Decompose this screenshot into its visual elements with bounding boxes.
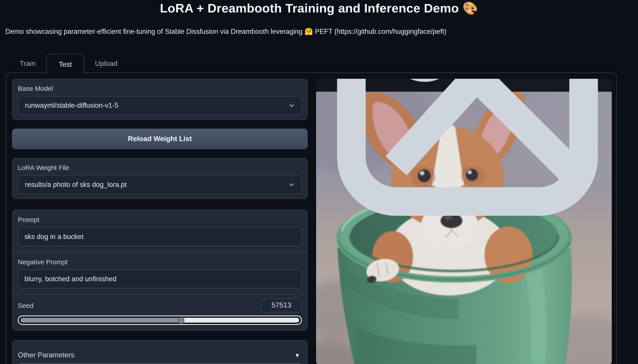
lora-weight-value: results/a photo of sks dog_lora.pt — [25, 181, 127, 189]
lora-weight-dropdown[interactable]: results/a photo of sks dog_lora.pt — [18, 175, 302, 194]
tab-train[interactable]: Train — [9, 54, 46, 74]
other-parameters-label: Other Parameters — [18, 351, 74, 359]
seed-number-input[interactable] — [261, 298, 302, 312]
prompt-input[interactable] — [18, 228, 302, 246]
chevron-down-icon — [289, 102, 295, 108]
lora-weight-group: LoRA Weight File results/a photo of sks … — [12, 158, 308, 199]
seed-slider-fill — [21, 318, 181, 322]
prompt-label: Prompt — [18, 216, 302, 224]
seed-block: Seed — [13, 294, 307, 329]
seed-slider-track[interactable] — [21, 318, 299, 322]
tab-bar: Train Test Upload — [9, 54, 128, 74]
other-parameters-header[interactable]: Other Parameters ▼ — [13, 340, 307, 359]
seed-slider[interactable] — [18, 316, 302, 325]
base-model-value: runwayml/stable-diffusion-v1-5 — [25, 102, 119, 110]
seed-slider-thumb[interactable] — [178, 317, 184, 324]
prompt-settings-group: Prompt Negative Prompt Seed — [12, 210, 308, 331]
result-label-badge: Result — [316, 79, 612, 92]
negative-prompt-input[interactable] — [18, 270, 302, 288]
chevron-down-icon — [289, 182, 295, 188]
base-model-label: Base Model — [18, 84, 302, 92]
app-window: LoRA + Dreambooth Training and Inference… — [0, 0, 638, 364]
negative-prompt-label: Negative Prompt — [18, 258, 302, 266]
tab-content-panel: Base Model runwayml/stable-diffusion-v1-… — [6, 72, 617, 364]
seed-label: Seed — [18, 302, 34, 309]
base-model-group: Base Model runwayml/stable-diffusion-v1-… — [12, 79, 308, 120]
result-image[interactable]: Result — [316, 79, 612, 364]
negative-prompt-field-block: Negative Prompt — [13, 252, 307, 294]
accordion-collapse-icon: ▼ — [294, 352, 300, 358]
lora-weight-label: LoRA Weight File — [18, 164, 302, 171]
page-subtitle: Demo showcasing parameter-efficient fine… — [5, 28, 584, 36]
tab-upload[interactable]: Upload — [84, 54, 128, 74]
other-parameters-accordion: Other Parameters ▼ — [12, 340, 308, 364]
image-icon — [320, 79, 612, 228]
base-model-dropdown[interactable]: runwayml/stable-diffusion-v1-5 — [18, 96, 302, 115]
prompt-field-block: Prompt — [13, 210, 307, 252]
reload-weight-list-button[interactable]: Reload Weight List — [12, 128, 308, 149]
partial-element-bottom[interactable] — [18, 363, 301, 364]
tab-test[interactable]: Test — [46, 54, 84, 74]
page-title: LoRA + Dreambooth Training and Inference… — [0, 1, 638, 16]
